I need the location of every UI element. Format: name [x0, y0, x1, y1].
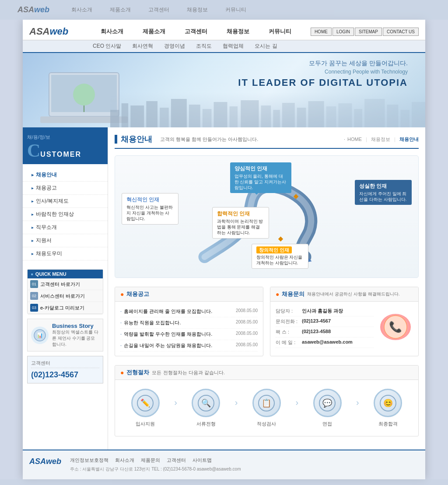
- step-label-4: 면접: [322, 421, 332, 427]
- svg-rect-27: [412, 102, 425, 127]
- contact-section-title: ● 채용문의 채용안내에서 궁금하신 사항을 해결해드립니다.: [270, 287, 418, 302]
- sidebar-header-big: C: [27, 141, 40, 160]
- footer-link-support[interactable]: 고객센터: [167, 457, 186, 464]
- footer-info: 개인정보보호정책 회사소개 제품문의 고객센터 사이트맵 주소 : 서울특별시 …: [70, 457, 241, 473]
- nav-community[interactable]: 커뮤니티: [259, 23, 301, 40]
- contact-section-content: 담당자 : 인사과 홈길동 과장 문의전화 : (02)123-4567 팩 스: [270, 302, 418, 352]
- two-column-section: ● 채용공고 ·홈페이지를 관리해 줄 인재를 모집합니다. 2008.05.0…: [115, 287, 419, 356]
- svg-rect-24: [364, 99, 385, 127]
- quick-menu: QUICK MENU 01 고객센터 바로가기 02 서비스센터 바로가기 03…: [27, 269, 103, 314]
- sidebar-header: 채/용/정/보 C USTOMER: [23, 127, 108, 164]
- sidebar-category: 채/용/정/보: [27, 134, 50, 141]
- process-step-3: 📋 적성검사: [252, 389, 281, 427]
- svg-rect-23: [354, 109, 362, 127]
- footer-address: 주소 : 서울특별시 강남구 다산로 123번지 TEL : (02)1234-…: [70, 466, 241, 473]
- business-story-box[interactable]: 📊 Business Story 최정상의 엑셀스트를 다른 제언사 수기를 공…: [27, 319, 103, 351]
- nav-recruit[interactable]: 채용정보: [217, 23, 259, 40]
- sidebar-item-recruit-info[interactable]: 채용안내: [23, 169, 108, 182]
- svg-rect-17: [273, 110, 280, 127]
- breadcrumb-current: 채용안내: [399, 136, 419, 143]
- footer-link-privacy[interactable]: 개인정보보호정책: [70, 457, 108, 464]
- contact-details: 담당자 : 인사과 홈길동 과장 문의전화 : (02)123-4567 팩 스: [276, 306, 413, 348]
- sub-nav-directions[interactable]: 오시는 길: [255, 42, 277, 50]
- contact-phone-image: 📞: [378, 306, 413, 348]
- nav-products[interactable]: 제품소개: [133, 23, 175, 40]
- breadcrumb-parent[interactable]: 채용정보: [371, 136, 390, 143]
- quick-item-2[interactable]: 02 서비스센터 바로가기: [28, 290, 103, 302]
- sidebar-item-job-posting[interactable]: 채용공고: [23, 182, 108, 195]
- sidebar-item-hr-welfare[interactable]: 인사/복지제도: [23, 195, 108, 208]
- business-story-icon: 📊: [31, 327, 49, 344]
- contact-item-person: 담당자 : 인사과 홈길동 과장: [276, 306, 374, 316]
- footer-link-about[interactable]: 회사소개: [115, 457, 134, 464]
- contact-info: 담당자 : 인사과 홈길동 과장 문의전화 : (02)123-4567 팩 스: [276, 306, 374, 348]
- svg-text:📞: 📞: [389, 320, 402, 333]
- page-title-accent: [115, 135, 117, 144]
- sub-nav-ceo[interactable]: CEO 인사말: [93, 42, 121, 50]
- job-item: ·역량을 발휘할 우수한 인재를 채용합니다. 2008.05.00: [120, 329, 258, 340]
- faded-nav-item: 제품소개: [110, 6, 131, 14]
- step-circle-5: 😊: [374, 389, 402, 417]
- business-story-desc: 최정상의 엑셀스트를 다른 제언사 수기를 공모합니다.: [52, 329, 99, 348]
- quick-item-3[interactable]: 03 e-카달로그 미리보기: [28, 302, 103, 314]
- hero-subtitle1: 모두가 꿈꾸는 세상을 만들어갑니다.: [238, 60, 408, 67]
- sidebar-item-job-intro[interactable]: 직무소개: [23, 221, 108, 234]
- business-story-text: Business Story 최정상의 엑셀스트를 다른 제언사 수기를 공모합…: [52, 323, 99, 348]
- quick-menu-title: QUICK MENU: [28, 270, 103, 278]
- bottom-fade-bar: ASAweb: [0, 479, 448, 485]
- svg-rect-16: [261, 105, 271, 127]
- util-login[interactable]: LOGIN: [332, 28, 354, 36]
- nav-support[interactable]: 고객센터: [175, 23, 217, 40]
- sub-nav-partners[interactable]: 협력업체: [223, 42, 244, 50]
- util-sitemap[interactable]: SITEMAP: [355, 28, 382, 36]
- svg-text:🔍: 🔍: [201, 398, 211, 408]
- footer-link-products[interactable]: 제품문의: [141, 457, 160, 464]
- hero-banner: 모두가 꿈꾸는 세상을 만들어갑니다. Connecting People wi…: [23, 53, 425, 127]
- quick-item-1[interactable]: 01 고객센터 바로가기: [28, 278, 103, 290]
- contact-box: ● 채용문의 채용안내에서 궁금하신 사항을 해결해드립니다. 담당자 : 인사…: [270, 287, 419, 356]
- footer-link-sitemap[interactable]: 사이트맵: [192, 457, 212, 464]
- nav-company[interactable]: 회사소개: [91, 23, 133, 40]
- svg-rect-11: [189, 105, 200, 127]
- step-circle-4: 💬: [313, 389, 342, 417]
- svg-rect-5: [110, 110, 119, 127]
- quick-num-1: 01: [30, 280, 38, 288]
- quick-num-2: 02: [30, 292, 38, 300]
- util-navigation: HOME LOGIN SITEMAP CONTACT US: [311, 28, 419, 36]
- process-step-1: ✏️ 입사지원: [131, 389, 160, 427]
- quick-num-3: 03: [30, 304, 38, 312]
- hero-city-bg: [110, 92, 425, 127]
- step-circle-2: 🔍: [192, 389, 220, 417]
- sidebar-item-application[interactable]: 지원서: [23, 234, 108, 247]
- svg-rect-18: [282, 103, 295, 127]
- job-section-title: ● 채용공고: [115, 287, 263, 302]
- util-contact[interactable]: CONTACT US: [383, 28, 419, 36]
- process-section: ● 전형절차 모든 전형절차는 다음과 같습니다. ✏️ 입사지원: [115, 365, 419, 436]
- sub-nav-history[interactable]: 회사연혁: [132, 42, 153, 50]
- sidebar-header-title: USTOMER: [40, 151, 81, 158]
- sub-nav-philosophy[interactable]: 경영이념: [164, 42, 185, 50]
- customer-box: 고객센터 (02)123-4567: [27, 356, 103, 383]
- svg-text:📋: 📋: [262, 398, 272, 408]
- site-logo: ASA web: [29, 26, 68, 37]
- sidebar-item-ideal-person[interactable]: 바람직한 인재상: [23, 208, 108, 221]
- step-arrow-1: ›: [174, 397, 177, 408]
- hero-text-area: 모두가 꿈꾸는 세상을 만들어갑니다. Connecting People wi…: [238, 60, 408, 88]
- sidebar-item-recruit-helper[interactable]: 채용도우미: [23, 247, 108, 260]
- customer-phone: (02)123-4567: [31, 370, 99, 380]
- page-header: 채용안내 고객의 행복을 함께 만들어가는 아사웹입니다. · HOME ｜ 채…: [115, 134, 419, 149]
- sub-nav-org[interactable]: 조직도: [196, 42, 212, 50]
- breadcrumb-dot: ·: [344, 137, 345, 142]
- svg-rect-15: [241, 100, 259, 127]
- svg-rect-9: [160, 108, 169, 127]
- quick-label-3: e-카달로그 미리보기: [40, 305, 84, 311]
- contact-section-icon: ●: [276, 291, 279, 298]
- breadcrumb-home[interactable]: HOME: [347, 137, 362, 142]
- svg-rect-34: [278, 236, 283, 241]
- footer-logo: ASAweb: [29, 457, 61, 466]
- svg-text:✏️: ✏️: [140, 398, 150, 408]
- main-navigation: 회사소개 제품소개 고객센터 채용정보 커뮤니티: [81, 23, 311, 40]
- footer-logo-text: ASAweb: [29, 457, 61, 466]
- util-home[interactable]: HOME: [311, 28, 332, 36]
- svg-rect-8: [146, 101, 158, 127]
